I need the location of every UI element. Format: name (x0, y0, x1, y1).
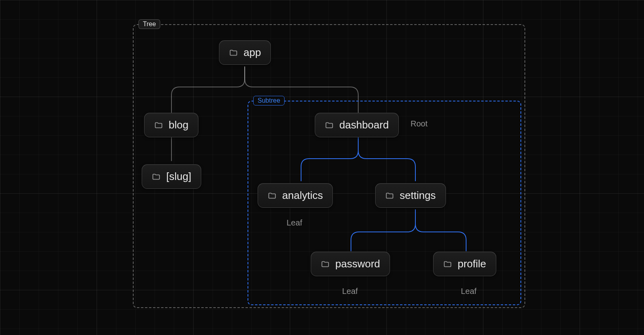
tree-label: Tree (138, 19, 160, 29)
node-slug: [slug] (142, 164, 201, 189)
node-label: profile (458, 258, 486, 270)
folder-icon (229, 48, 238, 57)
node-profile: profile (433, 252, 496, 276)
node-analytics: analytics (258, 183, 333, 208)
folder-icon (268, 191, 277, 200)
leaf-annotation-analytics: Leaf (287, 218, 302, 227)
folder-icon (321, 260, 330, 269)
node-label: [slug] (166, 170, 191, 183)
folder-icon (385, 191, 394, 200)
node-settings: settings (375, 183, 446, 208)
node-password: password (311, 252, 390, 276)
node-label: analytics (282, 189, 323, 202)
leaf-annotation-profile: Leaf (461, 287, 477, 296)
node-label: dashboard (339, 119, 389, 131)
leaf-annotation-password: Leaf (342, 287, 358, 296)
folder-icon (325, 121, 334, 130)
node-blog: blog (144, 113, 198, 137)
node-app: app (219, 40, 271, 65)
node-label: app (244, 46, 261, 59)
folder-icon (443, 260, 452, 269)
node-dashboard: dashboard (315, 113, 399, 137)
folder-icon (154, 121, 163, 130)
root-annotation: Root (411, 119, 427, 128)
node-label: blog (169, 119, 188, 131)
folder-icon (152, 172, 161, 181)
subtree-label: Subtree (253, 96, 285, 105)
node-label: settings (400, 189, 436, 202)
node-label: password (335, 258, 380, 270)
